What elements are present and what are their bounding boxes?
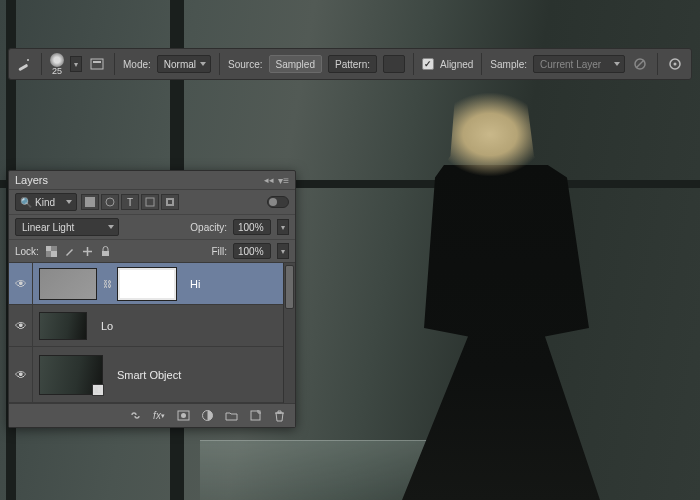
- layers-panel: Layers ◂◂ ▾≡ 🔍Kind T Linear Light Opacit…: [8, 170, 296, 428]
- svg-rect-10: [146, 198, 154, 206]
- fill-label: Fill:: [211, 246, 227, 257]
- svg-rect-16: [102, 251, 109, 256]
- brush-preview-icon[interactable]: [50, 53, 64, 67]
- photo-subject-figure: [380, 70, 600, 500]
- layers-tab[interactable]: Layers: [15, 174, 48, 186]
- brush-picker-dropdown[interactable]: ▾: [70, 56, 82, 72]
- mask-link-icon[interactable]: ⛓: [103, 279, 112, 289]
- source-sampled-button[interactable]: Sampled: [269, 55, 322, 73]
- fill-field[interactable]: 100%: [233, 243, 271, 259]
- layers-list: 👁 ⛓ Hi 👁 Lo 👁 ◧ Smart Object: [9, 263, 295, 403]
- pattern-swatch[interactable]: [383, 55, 405, 73]
- layer-filter-row: 🔍Kind T: [9, 190, 295, 215]
- sample-label: Sample:: [490, 59, 527, 70]
- lock-fill-row: Lock: Fill: 100% ▾: [9, 240, 295, 263]
- blend-opacity-row: Linear Light Opacity: 100% ▾: [9, 215, 295, 240]
- source-label: Source:: [228, 59, 262, 70]
- filter-adjustment-icon[interactable]: [101, 194, 119, 210]
- visibility-toggle-icon[interactable]: 👁: [15, 319, 27, 333]
- lock-label: Lock:: [15, 246, 39, 257]
- sample-layers-select[interactable]: Current Layer: [533, 55, 625, 73]
- fill-slider-toggle[interactable]: ▾: [277, 243, 289, 259]
- ignore-adjustment-icon[interactable]: [631, 55, 649, 73]
- layer-effects-icon[interactable]: fx▾: [151, 408, 167, 424]
- panel-header: Layers ◂◂ ▾≡: [9, 171, 295, 190]
- visibility-toggle-icon[interactable]: 👁: [15, 368, 27, 382]
- filter-toggle-switch[interactable]: [267, 196, 289, 208]
- svg-rect-2: [91, 59, 103, 69]
- blend-mode-select[interactable]: Normal: [157, 55, 211, 73]
- layer-thumbnail[interactable]: [39, 312, 87, 340]
- add-mask-icon[interactable]: [175, 408, 191, 424]
- lock-pixels-icon[interactable]: [63, 244, 77, 258]
- svg-rect-20: [251, 411, 260, 420]
- opacity-label: Opacity:: [190, 222, 227, 233]
- layer-blend-mode-select[interactable]: Linear Light: [15, 218, 119, 236]
- filter-type-icon[interactable]: T: [121, 194, 139, 210]
- healing-brush-tool-icon[interactable]: [15, 55, 33, 73]
- layer-row-smart-object[interactable]: 👁 ◧ Smart Object: [9, 347, 295, 403]
- scrollbar-thumb[interactable]: [285, 265, 294, 309]
- layer-thumbnail[interactable]: [39, 268, 97, 300]
- opacity-field[interactable]: 100%: [233, 219, 271, 235]
- tool-options-bar: 25 ▾ Mode: Normal Source: Sampled Patter…: [8, 48, 692, 80]
- opacity-slider-toggle[interactable]: ▾: [277, 219, 289, 235]
- svg-rect-14: [46, 246, 51, 251]
- filter-smart-icon[interactable]: [161, 194, 179, 210]
- pressure-size-icon[interactable]: [666, 55, 684, 73]
- layer-row-lo[interactable]: 👁 Lo: [9, 305, 295, 347]
- layer-thumbnail[interactable]: ◧: [39, 355, 103, 395]
- svg-rect-3: [93, 61, 101, 63]
- lock-position-icon[interactable]: [81, 244, 95, 258]
- delete-layer-icon[interactable]: [271, 408, 287, 424]
- new-layer-icon[interactable]: [247, 408, 263, 424]
- svg-point-9: [106, 198, 114, 206]
- lock-all-icon[interactable]: [99, 244, 113, 258]
- svg-rect-0: [18, 64, 28, 72]
- layer-name[interactable]: Hi: [182, 278, 200, 290]
- link-layers-icon[interactable]: [127, 408, 143, 424]
- layer-name[interactable]: Lo: [93, 320, 113, 332]
- aligned-label: Aligned: [440, 59, 473, 70]
- svg-point-1: [27, 59, 29, 61]
- new-group-icon[interactable]: [223, 408, 239, 424]
- svg-rect-8: [85, 197, 95, 207]
- layer-row-hi[interactable]: 👁 ⛓ Hi: [9, 263, 295, 305]
- filter-pixel-icon[interactable]: [81, 194, 99, 210]
- visibility-toggle-icon[interactable]: 👁: [15, 277, 27, 291]
- source-pattern-button[interactable]: Pattern:: [328, 55, 377, 73]
- layers-scrollbar[interactable]: [283, 263, 295, 403]
- new-adjustment-icon[interactable]: [199, 408, 215, 424]
- layer-mask-thumbnail[interactable]: [118, 268, 176, 300]
- collapse-icon[interactable]: ◂◂: [264, 175, 274, 185]
- filter-shape-icon[interactable]: [141, 194, 159, 210]
- svg-point-18: [181, 413, 186, 418]
- mode-label: Mode:: [123, 59, 151, 70]
- brush-panel-toggle-icon[interactable]: [88, 55, 106, 73]
- layer-name[interactable]: Smart Object: [109, 369, 181, 381]
- smart-object-badge-icon: ◧: [92, 384, 104, 396]
- filter-type-select[interactable]: 🔍Kind: [15, 193, 77, 211]
- svg-rect-15: [51, 251, 57, 257]
- lock-transparency-icon[interactable]: [45, 244, 59, 258]
- svg-rect-12: [168, 200, 172, 204]
- svg-point-7: [674, 63, 677, 66]
- brush-size-value: 25: [52, 67, 62, 76]
- layers-panel-footer: fx▾: [9, 403, 295, 427]
- aligned-checkbox[interactable]: ✓: [422, 58, 434, 70]
- svg-line-5: [636, 60, 644, 68]
- panel-menu-icon[interactable]: ▾≡: [278, 175, 289, 186]
